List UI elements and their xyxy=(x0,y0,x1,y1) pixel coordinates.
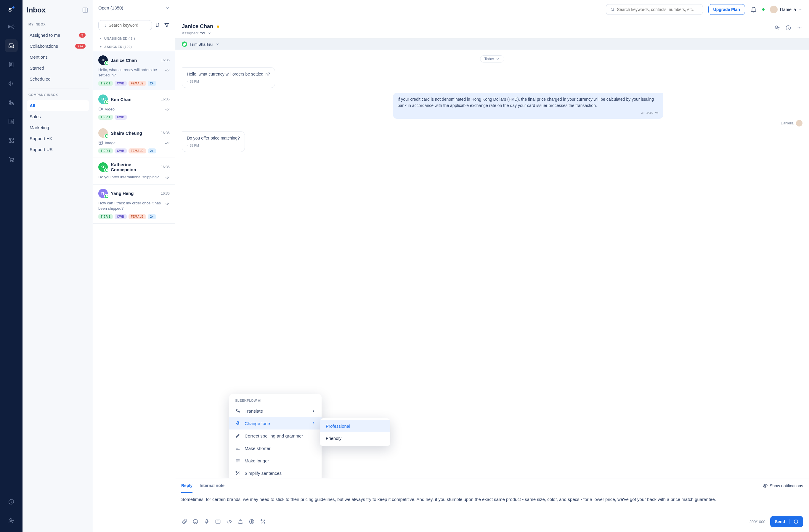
more-icon[interactable] xyxy=(796,25,803,31)
status-filter[interactable]: Open (1350) xyxy=(93,0,175,16)
sidebar-starred[interactable]: Starred xyxy=(27,63,89,73)
global-search-input[interactable] xyxy=(617,7,698,12)
assign-user-icon[interactable] xyxy=(774,25,780,31)
rail-inbox[interactable] xyxy=(5,39,18,52)
avatar: YH xyxy=(98,189,108,198)
rail-campaigns[interactable] xyxy=(5,77,18,90)
tag: CWB xyxy=(115,214,127,219)
sidebar-item-label: Scheduled xyxy=(30,76,51,82)
conversation-item[interactable]: KC Katherine Concepcion 16:36 Do you off… xyxy=(93,158,175,184)
tag: CWB xyxy=(115,81,127,86)
ai-item-simplify[interactable]: Simplify sentences xyxy=(229,467,322,478)
chevron-down-icon xyxy=(166,6,170,10)
sidebar-all[interactable]: All xyxy=(27,100,89,111)
voice-icon[interactable] xyxy=(204,519,210,525)
sidebar-mentions[interactable]: Mentions xyxy=(27,52,89,63)
unassigned-group[interactable]: UNASSIGNED ( 3 ) xyxy=(93,34,175,42)
show-notif-label: Show notifications xyxy=(770,483,803,488)
rail-integrations[interactable] xyxy=(5,134,18,147)
assigned-group[interactable]: ASSIGNED (100) xyxy=(93,42,175,51)
svg-point-17 xyxy=(776,26,778,28)
sidebar-scheduled[interactable]: Scheduled xyxy=(27,73,89,84)
user-menu[interactable]: Daniella xyxy=(770,6,803,13)
attachment-icon[interactable] xyxy=(181,519,187,525)
ai-tone-option[interactable]: Professional xyxy=(320,420,390,432)
tag: FEMALE xyxy=(128,81,146,86)
compose-textarea[interactable]: Sometimes, for certain brands, we may ne… xyxy=(175,493,809,514)
rail-contacts[interactable] xyxy=(5,58,18,71)
nav-rail: s xyxy=(0,0,22,532)
product-icon[interactable] xyxy=(238,519,243,525)
assigned-row[interactable]: Assigned: You xyxy=(182,31,220,35)
info-icon[interactable] xyxy=(785,25,791,31)
conversation-item[interactable]: Shaira Cheung 16:36 ImageTIER 1CWBFEMALE… xyxy=(93,124,175,158)
ai-item-shorter[interactable]: Make shorter xyxy=(229,442,322,454)
schedule-icon[interactable] xyxy=(794,519,798,524)
star-icon[interactable]: ★ xyxy=(216,23,220,30)
sidebar-support-us[interactable]: Support US xyxy=(27,144,89,155)
inbox-icon xyxy=(8,42,15,49)
sender-name: Daniella xyxy=(781,121,794,125)
svg-point-7 xyxy=(10,161,11,162)
channel-selector[interactable]: Tsim Sha Tsui xyxy=(175,38,809,50)
megaphone-icon xyxy=(8,80,15,87)
rail-commerce[interactable] xyxy=(5,153,18,166)
send-button[interactable]: Send xyxy=(770,516,803,527)
rail-flows[interactable] xyxy=(5,96,18,109)
ai-tone-option[interactable]: Friendly xyxy=(320,432,390,444)
search-icon xyxy=(610,7,615,12)
ai-menu-label: SLEEKFLOW AI xyxy=(229,399,322,405)
sidebar-marketing[interactable]: Marketing xyxy=(27,122,89,133)
conversation-item[interactable]: JC Janice Chan 16:36 Hello, what currenc… xyxy=(93,51,175,90)
ai-item-pen[interactable]: Correct spelling and grammer xyxy=(229,430,322,442)
filter-icon[interactable] xyxy=(164,22,170,28)
bell-icon[interactable] xyxy=(751,6,757,13)
upgrade-plan-button[interactable]: Upgrade Plan xyxy=(708,4,745,15)
preview-text: How can I track my order once it has bee… xyxy=(98,201,162,211)
ai-item-longer[interactable]: Make longer xyxy=(229,454,322,467)
ai-item-translate[interactable]: Translate xyxy=(229,405,322,417)
conversation-item[interactable]: KC Ken Chan 16:36 VideoTIER 1CWB xyxy=(93,90,175,124)
sort-icon[interactable] xyxy=(155,22,161,28)
search-input[interactable] xyxy=(109,23,148,28)
sidebar-support-hk[interactable]: Support HK xyxy=(27,133,89,144)
tag-row: TIER 1CWBFEMALE2+ xyxy=(98,149,170,153)
date-divider[interactable]: Today xyxy=(480,55,504,63)
payment-icon[interactable] xyxy=(249,519,255,525)
show-notifications[interactable]: Show notifications xyxy=(762,483,803,488)
global-search[interactable] xyxy=(606,4,703,15)
ai-item-mic[interactable]: Change tone xyxy=(229,417,322,430)
sidebar-item-label: Support HK xyxy=(30,136,53,141)
svg-rect-13 xyxy=(99,108,101,110)
svg-point-0 xyxy=(11,26,12,27)
rail-info[interactable] xyxy=(5,495,18,508)
media-preview: Image xyxy=(98,140,170,145)
rail-analytics[interactable] xyxy=(5,115,18,128)
sidebar-collaborations[interactable]: Collaborations99+ xyxy=(27,40,89,52)
panel-collapse-icon[interactable] xyxy=(82,7,88,13)
emoji-icon[interactable] xyxy=(192,519,199,525)
tag: FEMALE xyxy=(128,214,146,219)
sidebar-item-label: Support US xyxy=(30,147,53,152)
sidebar-item-label: All xyxy=(30,103,35,108)
rail-invite[interactable] xyxy=(5,514,18,527)
quick-reply-icon[interactable] xyxy=(215,519,221,525)
tab-internal-note[interactable]: Internal note xyxy=(200,478,224,493)
time: 16:36 xyxy=(161,58,170,62)
contact-name: Janice Chan xyxy=(111,58,158,63)
channel-name: Tsim Sha Tsui xyxy=(190,42,213,47)
tab-reply[interactable]: Reply xyxy=(181,478,192,493)
rail-broadcast[interactable] xyxy=(5,20,18,33)
svg-rect-5 xyxy=(12,104,14,105)
svg-point-19 xyxy=(798,28,799,29)
sidebar-assigned-to-me[interactable]: Assigned to me3 xyxy=(27,30,89,40)
search-conversations[interactable] xyxy=(98,20,152,30)
contact-name: Katherine Concepcion xyxy=(111,162,158,172)
conversation-item[interactable]: YH Yang Heng 16:36 How can I track my or… xyxy=(93,185,175,224)
code-icon[interactable] xyxy=(226,519,232,525)
tag-row: TIER 1CWBFEMALE2+ xyxy=(98,81,170,86)
ai-magic-icon[interactable] xyxy=(260,519,266,525)
sidebar-item-label: Starred xyxy=(30,66,44,70)
info-icon xyxy=(8,499,15,505)
sidebar-sales[interactable]: Sales xyxy=(27,111,89,122)
